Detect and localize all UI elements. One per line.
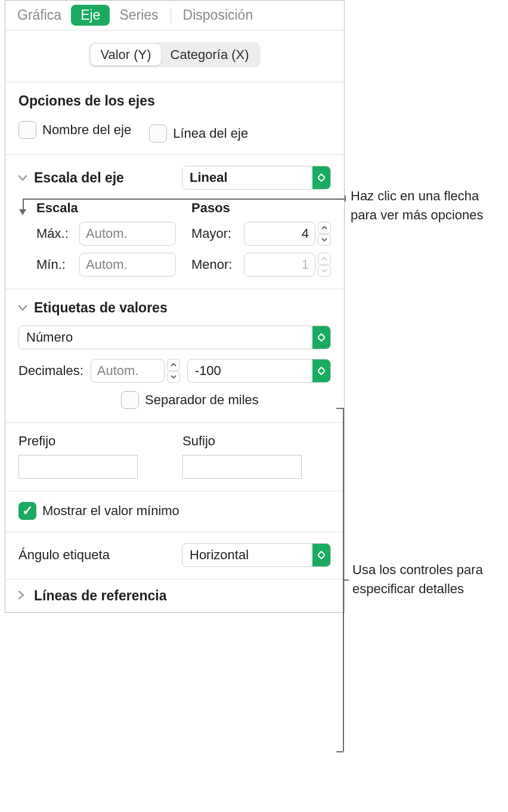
label-minor: Menor: <box>191 257 238 272</box>
popup-negative-format-value: -100 <box>188 363 312 379</box>
value-labels-heading: Etiquetas de valores <box>34 300 168 316</box>
label-max: Máx.: <box>36 226 73 241</box>
callout-arrow-text: Haz clic en una flecha para ver más opci… <box>351 187 500 225</box>
section-axis-options: Opciones de los ejes Nombre del eje Líne… <box>5 82 344 155</box>
section-value-labels-group: Etiquetas de valores Número Decimales: A… <box>5 289 344 579</box>
section-value-labels: Etiquetas de valores Número Decimales: A… <box>5 289 344 423</box>
popup-axis-scale-value: Lineal <box>182 170 312 185</box>
section-reference-lines: Líneas de referencia <box>5 579 344 612</box>
steps-subheading: Pasos <box>191 200 331 216</box>
stepper-decimals[interactable] <box>167 359 180 383</box>
input-scale-max[interactable]: Autom. <box>79 222 176 246</box>
input-decimals[interactable]: Autom. <box>91 359 165 383</box>
section-show-min: Mostrar el valor mínimo <box>5 491 344 532</box>
section-axis-scale: Escala del eje Lineal Escala Máx.: Autom… <box>5 155 344 289</box>
callout-bracket-end <box>336 408 343 409</box>
popup-number-format-value: Número <box>19 330 312 345</box>
stepper-major[interactable] <box>318 222 331 246</box>
checkbox-show-min-value[interactable] <box>18 502 36 520</box>
disclosure-reference-lines[interactable] <box>18 590 29 602</box>
chevron-up-icon <box>318 222 331 234</box>
popup-negative-format[interactable]: -100 <box>187 359 331 383</box>
tab-series[interactable]: Series <box>110 5 168 26</box>
reference-lines-heading: Líneas de referencia <box>34 588 166 604</box>
label-axis-line: Línea del eje <box>173 126 248 141</box>
label-show-min-value: Mostrar el valor mínimo <box>42 503 179 519</box>
tab-separator <box>171 8 171 23</box>
checkbox-axis-name[interactable] <box>18 121 36 139</box>
axis-segmented-control: Valor (Y) Categoría (X) <box>89 42 260 67</box>
label-axis-name: Nombre del eje <box>42 122 131 138</box>
segment-value-y[interactable]: Valor (Y) <box>91 44 160 66</box>
input-suffix[interactable] <box>182 455 302 479</box>
top-tab-bar: Gráfica Eje Series Disposición <box>5 1 344 30</box>
section-prefix-suffix: Prefijo Sufijo <box>5 423 344 491</box>
tab-axis[interactable]: Eje <box>71 5 110 26</box>
segment-category-x[interactable]: Categoría (X) <box>161 44 259 66</box>
popup-label-angle[interactable]: Horizontal <box>182 543 331 567</box>
chevron-down-icon <box>318 265 331 277</box>
scale-subheading: Escala <box>36 200 176 216</box>
popup-axis-scale-type[interactable]: Lineal <box>182 166 331 190</box>
chevron-down-icon <box>167 371 180 383</box>
label-thousands-separator: Separador de miles <box>145 392 259 408</box>
label-angle: Ángulo etiqueta <box>18 547 176 563</box>
axis-options-heading: Opciones de los ejes <box>18 93 331 109</box>
tab-chart[interactable]: Gráfica <box>8 5 71 26</box>
chevron-updown-icon <box>312 544 330 566</box>
label-decimals: Decimales: <box>18 363 83 379</box>
axis-scale-heading: Escala del eje <box>34 170 124 186</box>
callout-connector <box>23 199 24 210</box>
input-steps-major[interactable]: 4 <box>244 222 315 246</box>
label-major: Mayor: <box>191 226 238 241</box>
tab-layout[interactable]: Disposición <box>174 5 263 26</box>
input-scale-min[interactable]: Autom. <box>79 253 176 277</box>
popup-number-format[interactable]: Número <box>18 326 331 349</box>
label-suffix: Sufijo <box>182 433 331 449</box>
popup-label-angle-value: Horizontal <box>182 547 312 563</box>
input-steps-minor[interactable]: 1 <box>244 253 315 277</box>
chevron-down-icon <box>318 234 331 246</box>
callout-controls-text: Usa los controles para especificar detal… <box>352 560 501 599</box>
label-prefix: Prefijo <box>18 433 167 449</box>
callout-bracket-stem <box>343 579 349 581</box>
axis-subtab-row: Valor (Y) Categoría (X) <box>5 30 344 82</box>
callout-connector <box>23 199 345 200</box>
chevron-updown-icon <box>312 326 330 349</box>
disclosure-value-labels[interactable] <box>18 302 29 314</box>
callout-tick <box>345 196 346 202</box>
callout-bracket-end <box>336 751 343 752</box>
section-label-angle: Ángulo etiqueta Horizontal <box>5 532 344 579</box>
checkbox-axis-line[interactable] <box>149 125 167 142</box>
chevron-up-icon <box>318 253 331 265</box>
label-min: Mín.: <box>36 257 73 272</box>
chevron-updown-icon <box>312 359 330 382</box>
checkbox-thousands-separator[interactable] <box>121 391 139 409</box>
chevron-up-icon <box>167 359 180 371</box>
arrowhead-icon <box>19 209 26 215</box>
inspector-panel: Gráfica Eje Series Disposición Valor (Y)… <box>5 0 345 613</box>
stepper-minor <box>318 253 331 277</box>
disclosure-axis-scale[interactable] <box>18 172 29 184</box>
input-prefix[interactable] <box>18 455 138 479</box>
chevron-updown-icon <box>312 166 330 189</box>
